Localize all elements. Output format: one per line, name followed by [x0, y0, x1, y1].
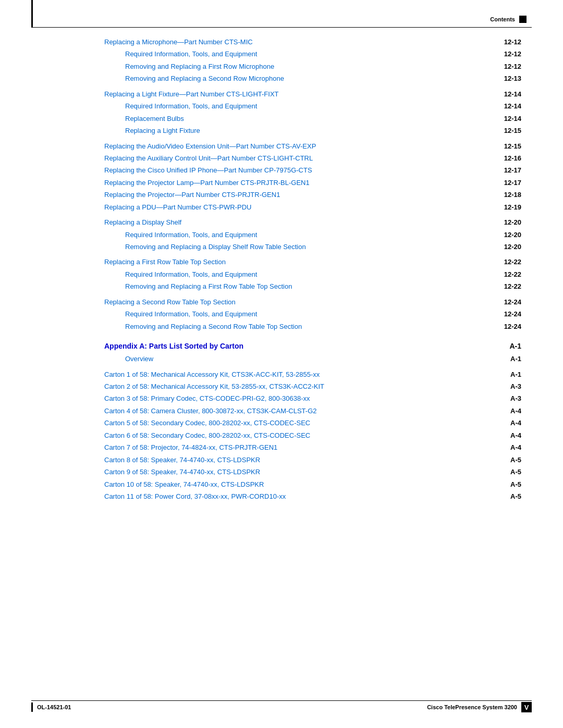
toc-row-removing-first-row-table: Removing and Replacing a First Row Table…: [104, 281, 521, 292]
toc-row-replacing-light-fixture: Replacing a Light Fixture—Part Number CT…: [104, 89, 521, 100]
toc-link-removing-second-row-mic[interactable]: Removing and Replacing a Second Row Micr…: [125, 75, 284, 82]
toc-link-removing-display-shelf-row[interactable]: Removing and Replacing a Display Shelf R…: [125, 243, 306, 251]
toc-page-removing-second-row-table: 12-24: [504, 321, 521, 332]
toc-page-req-info-first-row: 12-22: [504, 269, 521, 280]
toc-page-carton-2: A-3: [510, 381, 521, 392]
footer-right-section: Cisco TelePresence System 3200 V: [427, 702, 532, 712]
toc-link-carton-9[interactable]: Carton 9 of 58: Speaker, 74-4740-xx, CTS…: [104, 468, 260, 476]
toc-row-replacing-pdu: Replacing a PDU—Part Number CTS-PWR-PDU …: [104, 202, 521, 213]
toc-link-carton-3[interactable]: Carton 3 of 58: Primary Codec, CTS-CODEC…: [104, 394, 310, 402]
toc-link-req-info-mic[interactable]: Required Information, Tools, and Equipme…: [125, 50, 257, 58]
toc-link-req-info-first-row[interactable]: Required Information, Tools, and Equipme…: [125, 270, 257, 278]
toc-page-replacing-pdu: 12-19: [504, 202, 521, 213]
toc-link-req-info-light[interactable]: Required Information, Tools, and Equipme…: [125, 102, 257, 110]
toc-row-carton-8: Carton 8 of 58: Speaker, 74-4740-xx, CTS…: [104, 454, 521, 465]
toc-page-removing-first-row-table: 12-22: [504, 281, 521, 292]
toc-link-removing-first-row-table[interactable]: Removing and Replacing a First Row Table…: [125, 282, 292, 290]
toc-page-replacing-first-row-table: 12-22: [504, 256, 521, 267]
toc-link-removing-second-row-table[interactable]: Removing and Replacing a Second Row Tabl…: [125, 323, 302, 330]
toc-page-replacing-projector: 12-18: [504, 189, 521, 200]
toc-link-replacing-light-fixture-sub[interactable]: Replacing a Light Fixture: [125, 127, 200, 134]
toc-row-replacing-light-fixture-sub: Replacing a Light Fixture 12-15: [104, 125, 521, 136]
toc-link-replacing-microphone[interactable]: Replacing a Microphone—Part Number CTS-M…: [104, 38, 253, 46]
toc-link-carton-10[interactable]: Carton 10 of 58: Speaker, 74-4740-xx, CT…: [104, 480, 264, 488]
toc-row-replacing-cisco-phone: Replacing the Cisco Unified IP Phone—Par…: [104, 165, 521, 176]
toc-link-carton-1[interactable]: Carton 1 of 58: Mechanical Accessory Kit…: [104, 371, 320, 378]
toc-page-replacing-light-fixture-sub: 12-15: [504, 125, 521, 136]
toc-row-carton-6: Carton 6 of 58: Secondary Codec, 800-282…: [104, 430, 521, 441]
toc-row-replacing-microphone: Replacing a Microphone—Part Number CTS-M…: [104, 36, 521, 47]
toc-page-replacing-microphone: 12-12: [504, 36, 521, 47]
toc-row-appendix-a: Appendix A: Parts List Sorted by Carton …: [104, 340, 521, 352]
toc-link-replacing-auxiliary[interactable]: Replacing the Auxiliary Control Unit—Par…: [104, 154, 313, 162]
toc-page-req-info-light: 12-14: [504, 101, 521, 112]
toc-row-removing-first-row-mic: Removing and Replacing a First Row Micro…: [104, 61, 521, 72]
toc-page-replacing-audio-video: 12-15: [504, 141, 521, 152]
toc-link-replacing-projector[interactable]: Replacing the Projector—Part Number CTS-…: [104, 191, 280, 199]
toc-link-replacement-bulbs[interactable]: Replacement Bulbs: [125, 115, 184, 122]
left-border-decoration: [31, 0, 33, 27]
top-border-line: [31, 27, 532, 28]
toc-page-replacement-bulbs: 12-14: [504, 113, 521, 124]
page-header: Contents: [490, 16, 527, 23]
toc-link-removing-first-row-mic[interactable]: Removing and Replacing a First Row Micro…: [125, 63, 274, 70]
toc-row-req-info-display: Required Information, Tools, and Equipme…: [104, 229, 521, 240]
toc-link-carton-2[interactable]: Carton 2 of 58: Mechanical Accessory Kit…: [104, 382, 324, 390]
toc-page-req-info-mic: 12-12: [504, 48, 521, 59]
toc-link-replacing-second-row-table[interactable]: Replacing a Second Row Table Top Section: [104, 298, 236, 306]
toc-link-replacing-audio-video[interactable]: Replacing the Audio/Video Extension Unit…: [104, 142, 316, 150]
footer-product-name: Cisco TelePresence System 3200: [427, 704, 517, 710]
toc-link-replacing-display-shelf[interactable]: Replacing a Display Shelf: [104, 218, 181, 226]
toc-link-carton-11[interactable]: Carton 11 of 58: Power Cord, 37-08xx-xx,…: [104, 492, 286, 500]
toc-page-appendix-a: A-1: [509, 340, 521, 352]
toc-link-carton-4[interactable]: Carton 4 of 58: Camera Cluster, 800-3087…: [104, 407, 317, 415]
toc-row-req-info-light: Required Information, Tools, and Equipme…: [104, 101, 521, 112]
toc-page-replacing-light-fixture: 12-14: [504, 89, 521, 100]
toc-link-carton-7[interactable]: Carton 7 of 58: Projector, 74-4824-xx, C…: [104, 443, 277, 451]
toc-link-req-info-second-row[interactable]: Required Information, Tools, and Equipme…: [125, 310, 257, 318]
toc-row-carton-7: Carton 7 of 58: Projector, 74-4824-xx, C…: [104, 442, 521, 453]
toc-page-removing-display-shelf-row: 12-20: [504, 241, 521, 252]
toc-page-overview: A-1: [510, 353, 521, 364]
toc-row-replacing-second-row-table: Replacing a Second Row Table Top Section…: [104, 297, 521, 307]
toc-link-replacing-pdu[interactable]: Replacing a PDU—Part Number CTS-PWR-PDU: [104, 203, 251, 211]
toc-link-appendix-a[interactable]: Appendix A: Parts List Sorted by Carton: [104, 342, 243, 350]
toc-row-req-info-mic: Required Information, Tools, and Equipme…: [104, 48, 521, 59]
toc-page-carton-4: A-4: [510, 405, 521, 416]
toc-link-carton-6[interactable]: Carton 6 of 58: Secondary Codec, 800-282…: [104, 431, 310, 439]
toc-link-replacing-first-row-table[interactable]: Replacing a First Row Table Top Section: [104, 258, 226, 266]
toc-page-replacing-display-shelf: 12-20: [504, 217, 521, 228]
toc-link-replacing-projector-lamp[interactable]: Replacing the Projector Lamp—Part Number…: [104, 179, 310, 187]
toc-row-replacing-first-row-table: Replacing a First Row Table Top Section …: [104, 256, 521, 267]
toc-page-carton-11: A-5: [510, 491, 521, 502]
toc-row-overview: Overview A-1: [104, 353, 521, 364]
header-label: Contents: [490, 16, 515, 22]
footer-doc-number: OL-14521-01: [37, 704, 71, 710]
footer-left-section: OL-14521-01: [31, 702, 71, 712]
toc-row-replacing-auxiliary: Replacing the Auxiliary Control Unit—Par…: [104, 153, 521, 164]
toc-row-carton-9: Carton 9 of 58: Speaker, 74-4740-xx, CTS…: [104, 466, 521, 477]
toc-link-replacing-cisco-phone[interactable]: Replacing the Cisco Unified IP Phone—Par…: [104, 166, 312, 174]
toc-page-carton-10: A-5: [510, 479, 521, 490]
toc-row-carton-3: Carton 3 of 58: Primary Codec, CTS-CODEC…: [104, 393, 521, 404]
toc-page-carton-7: A-4: [510, 442, 521, 453]
footer-left-border-icon: [31, 702, 33, 712]
toc-link-replacing-light-fixture[interactable]: Replacing a Light Fixture—Part Number CT…: [104, 90, 279, 98]
toc-link-carton-5[interactable]: Carton 5 of 58: Secondary Codec, 800-282…: [104, 419, 310, 427]
toc-link-overview[interactable]: Overview: [125, 355, 153, 363]
toc-row-removing-second-row-table: Removing and Replacing a Second Row Tabl…: [104, 321, 521, 332]
toc-page-carton-8: A-5: [510, 454, 521, 465]
toc-link-carton-8[interactable]: Carton 8 of 58: Speaker, 74-4740-xx, CTS…: [104, 456, 260, 464]
footer-page-number: V: [521, 702, 532, 712]
toc-page-req-info-display: 12-20: [504, 229, 521, 240]
toc-row-replacing-display-shelf: Replacing a Display Shelf 12-20: [104, 217, 521, 228]
toc-page-carton-5: A-4: [510, 417, 521, 428]
toc-row-carton-5: Carton 5 of 58: Secondary Codec, 800-282…: [104, 417, 521, 428]
toc-row-carton-4: Carton 4 of 58: Camera Cluster, 800-3087…: [104, 405, 521, 416]
toc-page-carton-1: A-1: [510, 369, 521, 380]
toc-row-req-info-first-row: Required Information, Tools, and Equipme…: [104, 269, 521, 280]
toc-page-req-info-second-row: 12-24: [504, 309, 521, 319]
toc-link-req-info-display[interactable]: Required Information, Tools, and Equipme…: [125, 231, 257, 239]
toc-page-replacing-auxiliary: 12-16: [504, 153, 521, 164]
toc-row-req-info-second-row: Required Information, Tools, and Equipme…: [104, 309, 521, 319]
